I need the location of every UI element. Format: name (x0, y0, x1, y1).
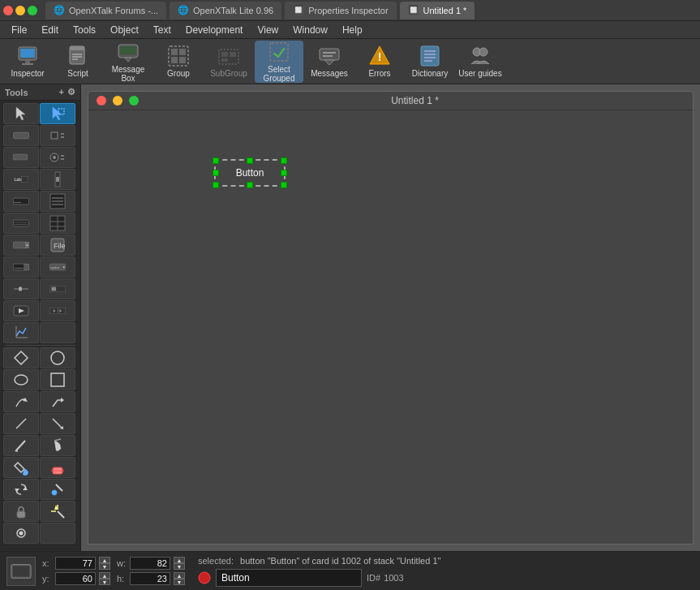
paint-bucket-tool[interactable] (3, 457, 39, 478)
toolbar-messages[interactable]: Messages (305, 41, 354, 83)
y-input[interactable] (55, 572, 96, 585)
scrollbar-tool[interactable] (40, 169, 75, 190)
y-up-arrow[interactable]: ▲ (99, 572, 110, 579)
canvas-content[interactable]: Button (88, 110, 693, 544)
magic-wand-tool[interactable] (40, 501, 75, 522)
diamond-tool[interactable] (3, 347, 39, 368)
menu-tools[interactable]: Tools (67, 23, 102, 37)
handle-br[interactable] (281, 182, 287, 188)
settings-tool-button[interactable]: ⚙ (67, 87, 75, 97)
rect-tool[interactable] (40, 369, 75, 390)
player-tool[interactable] (3, 300, 39, 321)
handle-tl[interactable] (213, 157, 219, 164)
w-input[interactable] (130, 557, 170, 570)
tab-lite[interactable]: 🌐 OpenXTalk Lite 0.96 (170, 2, 281, 19)
file-tool[interactable]: File (40, 235, 75, 256)
graph-tool[interactable] (3, 322, 39, 343)
combobox-tool[interactable] (3, 256, 39, 278)
menu-edit[interactable]: Edit (35, 23, 65, 37)
bent-arrow-tool[interactable] (40, 413, 75, 434)
maximize-button[interactable] (28, 6, 37, 15)
eye-tool[interactable] (3, 523, 39, 544)
menu-window[interactable]: Window (286, 23, 334, 37)
canvas-close[interactable] (97, 96, 106, 106)
svg-rect-2 (25, 60, 30, 63)
checkbox-tool[interactable] (40, 125, 75, 146)
radio-tool[interactable] (40, 147, 75, 168)
x-input[interactable] (55, 557, 96, 570)
w-down-arrow[interactable]: ▼ (174, 563, 185, 570)
object-name-input[interactable] (216, 569, 362, 587)
svg-line-90 (16, 419, 26, 429)
h-input[interactable] (130, 572, 170, 585)
rotate-tool[interactable] (3, 479, 39, 500)
button-tool[interactable] (3, 125, 39, 146)
media-control-tool[interactable] (40, 300, 75, 321)
toolbar-dictionary[interactable]: Dictionary (406, 41, 454, 83)
y-down-arrow[interactable]: ▼ (99, 579, 110, 585)
shadow-button-tool[interactable] (3, 147, 39, 168)
tab-forums[interactable]: 🌐 OpenXTalk Forums -... (45, 2, 166, 19)
canvas-minimize[interactable] (113, 96, 122, 106)
handle-bl[interactable] (213, 182, 219, 188)
eyedropper-tool[interactable] (40, 479, 75, 500)
toolbar-user-guides[interactable]: User guides (456, 41, 505, 83)
canvas-maximize[interactable] (129, 96, 139, 106)
oval-tool[interactable] (3, 369, 39, 390)
h-coord-row: h: ▲ ▼ (117, 572, 185, 585)
menu-object[interactable]: Object (104, 23, 145, 37)
selection-info: selected: button "Button" of card id 100… (198, 556, 694, 587)
tab-inspector[interactable]: 🔲 Properties Inspector (285, 2, 396, 19)
toolbar-select-grouped[interactable]: Select Grouped (255, 41, 303, 83)
menu-text[interactable]: Text (147, 23, 178, 37)
select-grouped-label: Select Grouped (255, 65, 303, 83)
add-tool-button[interactable]: + (59, 87, 64, 97)
image-tool[interactable] (40, 322, 75, 343)
toolbar-inspector[interactable]: Inspector (3, 41, 52, 83)
slider-tool[interactable] (3, 278, 39, 299)
handle-ml[interactable] (213, 170, 219, 176)
menu-help[interactable]: Help (336, 23, 369, 37)
label-tool[interactable]: Label (3, 169, 39, 190)
toolbar-script[interactable]: Script (54, 41, 102, 83)
handle-tr[interactable] (281, 157, 287, 164)
line-tool[interactable] (3, 413, 39, 434)
menu-file[interactable]: File (5, 23, 33, 37)
toolbar-errors[interactable]: ! Errors (355, 41, 404, 83)
h-up-arrow[interactable]: ▲ (174, 572, 185, 579)
curved-arrow-tool[interactable] (3, 391, 39, 412)
handle-mr[interactable] (281, 170, 287, 176)
menu-development[interactable]: Development (179, 23, 250, 37)
x-up-arrow[interactable]: ▲ (99, 557, 110, 563)
dropdown-tool[interactable] (3, 235, 39, 256)
handle-bm[interactable] (247, 182, 253, 188)
minimize-button[interactable] (15, 6, 25, 15)
menu-view[interactable]: View (251, 23, 285, 37)
x-down-arrow[interactable]: ▼ (99, 563, 110, 570)
h-down-arrow[interactable]: ▼ (174, 579, 185, 585)
connector-tool[interactable] (40, 391, 75, 412)
field-tool[interactable] (3, 191, 39, 212)
brush-tool[interactable] (40, 435, 75, 456)
close-button[interactable] (3, 6, 13, 15)
toolbar-message-box[interactable]: Message Box (104, 41, 152, 83)
handle-tm[interactable] (247, 157, 253, 164)
svg-rect-22 (320, 49, 339, 60)
option-tool[interactable]: option (40, 256, 75, 278)
lock-tool[interactable] (3, 501, 39, 522)
list-field-tool[interactable] (40, 191, 75, 212)
pointer-tool[interactable] (3, 103, 39, 124)
toolbar-group[interactable]: Group (154, 41, 203, 83)
w-up-arrow[interactable]: ▲ (174, 557, 185, 563)
eraser-tool[interactable] (40, 457, 75, 478)
tab-untitled[interactable]: 🔲 Untitled 1 * (400, 2, 475, 19)
pencil-tool[interactable] (3, 435, 39, 456)
multiline-field-tool[interactable] (3, 213, 39, 234)
circle-tool[interactable] (40, 347, 75, 368)
id-label: ID# (367, 573, 380, 583)
toolbar-subgroup[interactable]: SubGroup (204, 41, 253, 83)
canvas-button[interactable]: Button (214, 159, 286, 187)
select-tool[interactable] (40, 103, 75, 124)
scrollbar2-tool[interactable] (40, 278, 75, 299)
table-field-tool[interactable] (40, 213, 75, 234)
